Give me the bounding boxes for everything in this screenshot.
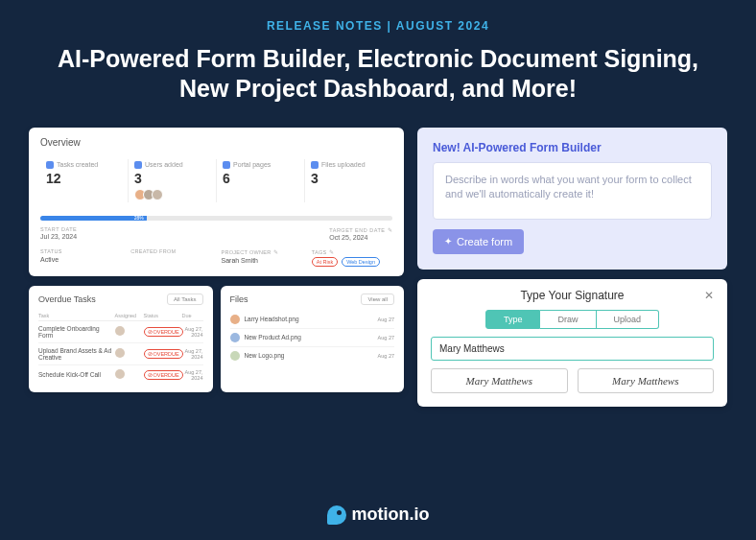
status-block: STATUS Active [40, 248, 121, 267]
create-form-button[interactable]: ✦ Create form [433, 229, 524, 254]
signature-tabs: Type Draw Upload [431, 310, 714, 329]
stat-pages: Portal pages 6 [217, 159, 305, 202]
stats-row: Tasks created 12 Users added 3 Portal pa… [40, 155, 392, 206]
file-thumb-icon [230, 333, 240, 342]
signature-title: Type Your Signature [520, 289, 624, 302]
progress-bar: 28% [40, 216, 392, 221]
stat-users: Users added 3 [129, 159, 217, 202]
owner-block: PROJECT OWNER✎ Sarah Smith [222, 248, 302, 267]
release-label: RELEASE NOTES | AUGUST 2024 [38, 19, 718, 33]
progress-label: 28% [131, 216, 147, 221]
tags-block: TAGS✎ At Risk Web Design [312, 248, 392, 267]
page-headline: AI-Powered Form Builder, Electronic Docu… [38, 44, 718, 105]
tasks-icon [46, 161, 54, 169]
file-row[interactable]: New Product Ad.png Aug 27 [230, 329, 395, 347]
overdue-title: Overdue Tasks [38, 294, 96, 304]
avatar [115, 369, 125, 379]
tab-draw[interactable]: Draw [540, 310, 596, 329]
file-thumb-icon [230, 351, 240, 361]
avatar [152, 189, 163, 200]
footer-brand: motion.io [0, 505, 756, 525]
overdue-badge: ⊘ OVERDUE [144, 327, 183, 337]
file-row[interactable]: New Logo.png Aug 27 [230, 347, 395, 364]
progress-wrap: 28% START DATE Jul 23, 2024 TARGET END D… [40, 216, 392, 241]
files-title: Files [230, 294, 248, 304]
tab-type[interactable]: Type [485, 310, 541, 329]
avatar [115, 348, 125, 358]
close-icon[interactable]: ✕ [704, 289, 714, 302]
edit-icon[interactable]: ✎ [329, 249, 334, 255]
start-date: START DATE Jul 23, 2024 [40, 226, 77, 241]
file-thumb-icon [230, 315, 240, 324]
sparkle-icon: ✦ [444, 236, 452, 247]
task-row[interactable]: Schedule Kick-Off Call ⊘ OVERDUE Aug 27,… [38, 365, 203, 385]
overdue-badge: ⊘ OVERDUE [144, 349, 183, 359]
avatar [115, 326, 125, 336]
signature-preview-2[interactable]: Mary Matthews [578, 368, 715, 393]
ai-description-input[interactable]: Describe in words what you want your for… [433, 162, 712, 220]
task-header: Task Assigned Status Due [38, 311, 203, 321]
edit-icon[interactable]: ✎ [273, 249, 278, 255]
stat-tasks: Tasks created 12 [40, 159, 129, 202]
overview-title: Overview [40, 137, 392, 148]
tab-upload[interactable]: Upload [597, 310, 660, 329]
ai-form-builder-card: New! AI-Powered Form Builder Describe in… [417, 128, 727, 270]
page-header: RELEASE NOTES | AUGUST 2024 AI-Powered F… [0, 0, 756, 114]
pages-icon [223, 161, 230, 169]
end-date: TARGET END DATE✎ Oct 25, 2024 [329, 226, 392, 241]
users-icon [134, 161, 142, 169]
all-tasks-button[interactable]: All Tasks [167, 293, 203, 305]
tag-web-design[interactable]: Web Design [342, 257, 380, 267]
created-block: CREATED FROM [130, 248, 211, 267]
signature-preview-1[interactable]: Mary Matthews [431, 368, 568, 393]
files-card: Files View all Larry Headshot.png Aug 27… [221, 286, 405, 392]
stat-files: Files uploaded 3 [305, 159, 392, 202]
progress-fill [40, 216, 139, 221]
file-row[interactable]: Larry Headshot.png Aug 27 [230, 311, 395, 329]
signature-card: Type Your Signature ✕ Type Draw Upload M… [417, 279, 727, 407]
view-all-button[interactable]: View all [361, 293, 394, 305]
signature-input[interactable] [431, 337, 714, 361]
motion-logo-icon [327, 505, 346, 525]
overdue-badge: ⊘ OVERDUE [144, 370, 183, 380]
overview-card: Overview Tasks created 12 Users added 3 [29, 128, 404, 276]
tag-at-risk[interactable]: At Risk [312, 257, 338, 267]
task-row[interactable]: Complete Onboarding Form ⊘ OVERDUE Aug 2… [38, 321, 203, 343]
user-avatars [134, 189, 210, 200]
edit-icon[interactable]: ✎ [388, 227, 393, 233]
files-icon [311, 161, 319, 169]
overdue-tasks-card: Overdue Tasks All Tasks Task Assigned St… [29, 286, 213, 392]
ai-title: New! AI-Powered Form Builder [433, 141, 712, 154]
task-row[interactable]: Upload Brand Assets & Ad Creative ⊘ OVER… [38, 343, 203, 365]
